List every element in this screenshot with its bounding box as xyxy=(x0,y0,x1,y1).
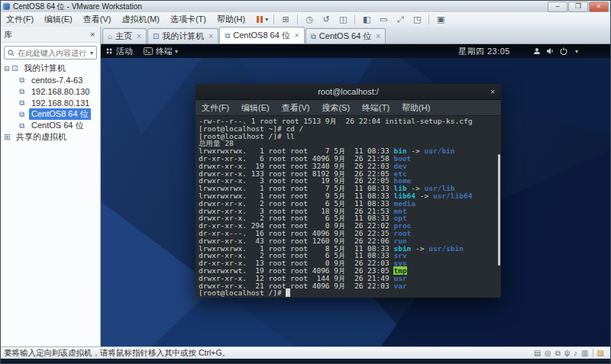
tab-close-icon[interactable]: × xyxy=(137,32,141,40)
menu-vm[interactable]: 虚拟机(M) xyxy=(116,12,165,27)
library-close-icon[interactable]: × xyxy=(88,30,97,39)
message-alert-icon[interactable]: ▨ xyxy=(597,349,604,357)
terminal-line: [root@localhost /]# xyxy=(199,289,498,297)
tab-label: 我的计算机 xyxy=(162,31,204,42)
terminal-output[interactable]: -rw-r--r--. 1 root root 1513 9月 26 22:04… xyxy=(196,116,501,298)
menu-view[interactable]: 查看(V) xyxy=(78,12,117,27)
window-titlebar[interactable]: CentOS8 64 位 - VMware Workstation – ❐ × xyxy=(1,1,610,13)
dropdown-caret-icon: ▾ xyxy=(265,16,268,23)
app-menubar: 文件(F)编辑(E)查看(V)虚拟机(M)选项卡(T)帮助(H) xyxy=(1,12,251,27)
minimize-button[interactable]: – xyxy=(548,2,567,12)
gnome-top-bar: 活动 终端 ▾ 星期四 23:05 ▾ xyxy=(101,44,610,58)
status-caret-icon: ▾ xyxy=(575,48,578,55)
terminal-window[interactable]: root@localhost:/ × 文件(F)编辑(E)查看(V)搜索(S)终… xyxy=(196,84,501,298)
tab-centos-64[interactable]: ⧉CentOS 64 位× xyxy=(306,28,386,43)
app-toolbar: ▾⊞◷↺◫◧▭⤢◳▣ xyxy=(254,14,449,25)
sound-icon[interactable]: ♪ xyxy=(574,349,577,357)
library-search[interactable]: ▾ xyxy=(4,46,97,60)
show-thumbnails-icon[interactable]: ▭ xyxy=(375,14,392,25)
app-menu-terminal[interactable]: 终端 ▾ xyxy=(144,46,178,57)
vmware-app-icon xyxy=(3,3,10,10)
tree-item-my-computer[interactable]: ⊟⊡我的计算机 xyxy=(1,63,100,74)
system-status-area[interactable]: ▾ xyxy=(533,47,578,55)
terminal-menu-file[interactable]: 文件(F) xyxy=(196,101,235,115)
tree-item-192-168-80-131[interactable]: ⧉192.168.80.131 xyxy=(1,97,100,108)
tab-my-computer[interactable]: ⊡我的计算机× xyxy=(147,28,218,43)
tab-home[interactable]: ⌂主页× xyxy=(102,28,147,43)
tree-item-centos-7-4-63[interactable]: ⧉centos-7.4-63 xyxy=(1,74,100,85)
computer-icon: ⊡ xyxy=(11,64,21,72)
terminal-title: root@localhost:/ xyxy=(212,87,484,96)
clock[interactable]: 星期四 23:05 xyxy=(458,46,510,57)
app-menubar-row: 文件(F)编辑(E)查看(V)虚拟机(M)选项卡(T)帮助(H) ▾⊞◷↺◫◧▭… xyxy=(1,12,610,27)
tree-item-centos8-64[interactable]: ⧉CentOS8 64 位 xyxy=(1,108,100,120)
maximize-button[interactable]: ❐ xyxy=(568,2,588,12)
vm-icon: ⧉ xyxy=(19,121,29,130)
vm-icon: ⧉ xyxy=(311,32,316,41)
activities-label: 活动 xyxy=(116,46,133,57)
tab-bar: ⌂主页×⊡我的计算机×⧉CentOS8 64 位×⧉CentOS 64 位× xyxy=(101,27,610,44)
tab-close-icon[interactable]: × xyxy=(209,32,213,40)
status-bar: 要将输入定向到该虚拟机，请将鼠标指针移入其中或按 Ctrl+G。 ▤◎⧉ψ♪▥▨ xyxy=(1,346,610,359)
app-menu-label: 终端 xyxy=(156,46,173,57)
terminal-menu-view[interactable]: 查看(V) xyxy=(276,101,316,115)
pause-bar xyxy=(257,16,259,23)
activities-button[interactable]: 活动 xyxy=(105,46,133,57)
tree-item-192-168-80-130[interactable]: ⧉192.168.80.130 xyxy=(1,85,100,97)
terminal-close-icon[interactable]: × xyxy=(484,87,501,96)
fullscreen-icon[interactable]: ⤢ xyxy=(392,14,409,25)
toolbar-separator xyxy=(273,14,274,24)
menu-help[interactable]: 帮助(H) xyxy=(212,12,251,27)
terminal-text: usr/bin xyxy=(425,147,455,155)
tab-label: 主页 xyxy=(115,31,132,42)
usb-icon[interactable]: ψ xyxy=(564,349,570,357)
accessibility-user-icon xyxy=(533,47,541,55)
power-button[interactable]: ▾ xyxy=(254,14,270,25)
close-button[interactable]: × xyxy=(589,2,609,12)
vm-icon: ⧉ xyxy=(19,110,29,119)
library-title: 库 xyxy=(4,29,88,40)
expander-icon[interactable]: ⊟ xyxy=(4,65,11,72)
search-dropdown-icon[interactable]: ▾ xyxy=(89,50,95,56)
menu-edit[interactable]: 编辑(E) xyxy=(39,12,78,27)
terminal-menu-terminal[interactable]: 终端(T) xyxy=(356,101,396,115)
tab-label: CentOS 64 位 xyxy=(319,31,371,42)
tree-item-label: CentOS8 64 位 xyxy=(29,108,91,120)
terminal-scrollbar[interactable] xyxy=(498,154,500,266)
terminal-menu-search[interactable]: 搜索(S) xyxy=(315,101,356,115)
cd-rom-icon[interactable]: ◎ xyxy=(545,349,551,357)
tab-centos8-64[interactable]: ⧉CentOS8 64 位× xyxy=(219,27,305,43)
vmware-workstation-window: CentOS8 64 位 - VMware Workstation – ❐ × … xyxy=(0,0,611,364)
take-snapshot-icon[interactable]: ◷ xyxy=(301,14,318,25)
menu-tab[interactable]: 选项卡(T) xyxy=(165,12,212,27)
tree-item-label: 192.168.80.130 xyxy=(29,87,92,96)
device-separator xyxy=(593,349,593,357)
home-icon: ⌂ xyxy=(108,32,112,40)
console-view-icon[interactable]: ▣ xyxy=(432,14,449,25)
vm-icon: ⧉ xyxy=(19,76,29,85)
library-header: 库 × xyxy=(1,27,100,43)
terminal-menubar: 文件(F)编辑(E)查看(V)搜索(S)终端(T)帮助(H) xyxy=(196,100,501,116)
manage-snapshots-icon[interactable]: ◫ xyxy=(335,14,351,25)
tree-item-shared-vms[interactable]: ⊞共享的虚拟机 xyxy=(1,131,100,143)
revert-snapshot-icon[interactable]: ↺ xyxy=(318,14,335,25)
vm-icon: ⧉ xyxy=(19,98,29,108)
show-library-icon[interactable]: ◧ xyxy=(358,14,375,25)
tab-label: CentOS8 64 位 xyxy=(233,30,290,41)
tab-close-icon[interactable]: × xyxy=(295,31,299,40)
terminal-menu-help[interactable]: 帮助(H) xyxy=(396,101,436,115)
device-icons: ▤◎⧉ψ♪▥▨ xyxy=(534,349,604,358)
tab-close-icon[interactable]: × xyxy=(376,32,380,40)
terminal-menu-edit[interactable]: 编辑(E) xyxy=(235,101,276,115)
printer-icon[interactable]: ▥ xyxy=(581,349,588,357)
ctrl-alt-del-icon[interactable]: ⊞ xyxy=(277,14,294,25)
unity-icon[interactable]: ◳ xyxy=(409,14,425,25)
hard-disk-icon[interactable]: ▤ xyxy=(534,349,541,357)
vm-console-screen[interactable]: 活动 终端 ▾ 星期四 23:05 ▾ xyxy=(101,44,610,346)
tree-item-centos-64[interactable]: ⧉CentOS 64 位 xyxy=(1,120,100,131)
terminal-titlebar[interactable]: root@localhost:/ × xyxy=(196,84,501,100)
network-adapter-icon[interactable]: ⧉ xyxy=(555,349,561,358)
menu-file[interactable]: 文件(F) xyxy=(1,12,39,27)
terminal-text: -> xyxy=(415,192,433,200)
library-search-input[interactable] xyxy=(16,48,89,58)
